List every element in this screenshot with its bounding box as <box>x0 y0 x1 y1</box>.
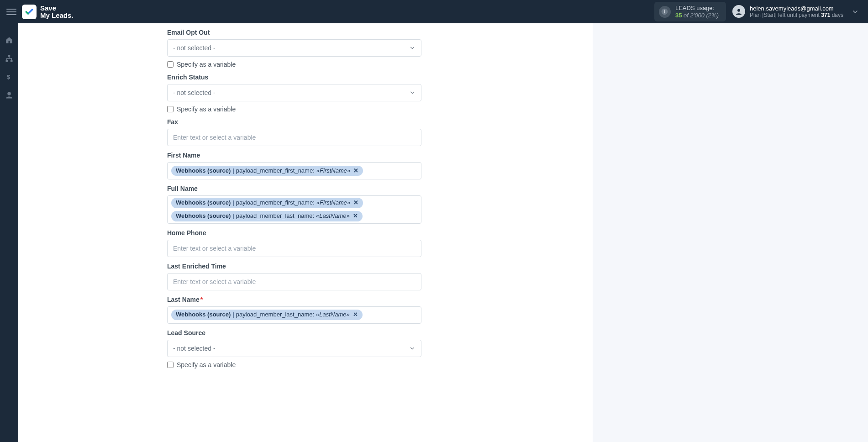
field-fax: Fax Enter text or select a variable <box>167 118 444 146</box>
nav-home-icon[interactable] <box>4 35 14 45</box>
field-lead-source: Lead Source - not selected - Specify as … <box>167 329 444 368</box>
select-lead-source[interactable]: - not selected - <box>167 340 421 357</box>
svg-rect-2 <box>664 11 665 13</box>
field-first-name: First Name Webhooks (source) | payload_m… <box>167 152 444 179</box>
input-first-name[interactable]: Webhooks (source) | payload_member_first… <box>167 162 421 179</box>
top-bar: Save My Leads. LEADS usage: 35 of 2'000 … <box>0 0 868 23</box>
svg-point-9 <box>7 92 11 95</box>
checkbox-row-lead-source[interactable]: Specify as a variable <box>167 361 444 368</box>
field-enrich-status: Enrich Status - not selected - Specify a… <box>167 74 444 113</box>
chevron-down-icon <box>409 45 416 51</box>
chevron-down-icon <box>409 345 416 352</box>
svg-text:$: $ <box>7 74 10 80</box>
account-dropdown-toggle[interactable] <box>849 5 862 18</box>
label-email-opt-out: Email Opt Out <box>167 29 444 36</box>
input-last-enriched[interactable]: Enter text or select a variable <box>167 273 421 290</box>
checkbox-specify-variable[interactable] <box>167 61 174 68</box>
avatar-icon <box>732 5 745 18</box>
svg-point-4 <box>737 9 740 12</box>
account-block[interactable]: helen.savemyleads@gmail.com Plan |Start|… <box>732 5 843 19</box>
label-fax: Fax <box>167 118 444 126</box>
nav-billing-icon[interactable]: $ <box>4 72 14 82</box>
label-enrich-status: Enrich Status <box>167 74 444 81</box>
input-fax[interactable]: Enter text or select a variable <box>167 129 421 146</box>
field-email-opt-out: Email Opt Out - not selected - Specify a… <box>167 29 444 68</box>
label-lead-source: Lead Source <box>167 329 444 337</box>
variable-token: Webhooks (source) | payload_member_last_… <box>171 310 363 320</box>
label-last-name: Last Name* <box>167 296 444 303</box>
field-last-name: Last Name* Webhooks (source) | payload_m… <box>167 296 444 324</box>
sidebar: $ <box>0 23 18 442</box>
field-last-enriched: Last Enriched Time Enter text or select … <box>167 263 444 290</box>
variable-token: Webhooks (source) | payload_member_first… <box>171 166 363 176</box>
select-enrich-status[interactable]: - not selected - <box>167 84 421 101</box>
info-icon <box>659 6 671 18</box>
input-last-name[interactable]: Webhooks (source) | payload_member_last_… <box>167 306 421 324</box>
checkbox-specify-variable[interactable] <box>167 106 174 112</box>
svg-rect-6 <box>6 60 8 62</box>
checkbox-specify-variable[interactable] <box>167 362 174 368</box>
leads-usage-box[interactable]: LEADS usage: 35 of 2'000 (2%) <box>654 2 726 21</box>
label-home-phone: Home Phone <box>167 229 444 237</box>
label-last-enriched: Last Enriched Time <box>167 263 444 270</box>
input-home-phone[interactable]: Enter text or select a variable <box>167 240 421 257</box>
field-home-phone: Home Phone Enter text or select a variab… <box>167 229 444 257</box>
menu-toggle-button[interactable] <box>6 7 16 17</box>
token-remove-icon[interactable]: ✕ <box>353 167 358 175</box>
brand-name: Save My Leads. <box>40 5 74 19</box>
svg-rect-7 <box>11 60 13 62</box>
token-remove-icon[interactable]: ✕ <box>353 212 358 220</box>
variable-token: Webhooks (source) | payload_member_first… <box>171 198 363 208</box>
svg-point-1 <box>664 10 666 11</box>
brand[interactable]: Save My Leads. <box>22 5 74 19</box>
checkbox-row-enrich-status[interactable]: Specify as a variable <box>167 105 444 113</box>
brand-logo-icon <box>22 5 37 19</box>
input-full-name[interactable]: Webhooks (source) | payload_member_first… <box>167 195 421 224</box>
form-card: Email Opt Out - not selected - Specify a… <box>18 23 593 442</box>
token-remove-icon[interactable]: ✕ <box>353 199 358 207</box>
label-first-name: First Name <box>167 152 444 159</box>
nav-connections-icon[interactable] <box>4 53 14 63</box>
variable-token: Webhooks (source) | payload_member_last_… <box>171 211 363 221</box>
label-full-name: Full Name <box>167 185 444 192</box>
field-full-name: Full Name Webhooks (source) | payload_me… <box>167 185 444 224</box>
nav-profile-icon[interactable] <box>4 90 14 100</box>
account-text: helen.savemyleads@gmail.com Plan |Start|… <box>750 5 843 19</box>
svg-rect-5 <box>8 55 11 57</box>
leads-usage-text: LEADS usage: 35 of 2'000 (2%) <box>675 5 719 19</box>
select-email-opt-out[interactable]: - not selected - <box>167 39 421 57</box>
chevron-down-icon <box>409 89 416 96</box>
page: Email Opt Out - not selected - Specify a… <box>18 23 868 442</box>
token-remove-icon[interactable]: ✕ <box>353 311 358 319</box>
checkbox-row-email-opt-out[interactable]: Specify as a variable <box>167 61 444 68</box>
